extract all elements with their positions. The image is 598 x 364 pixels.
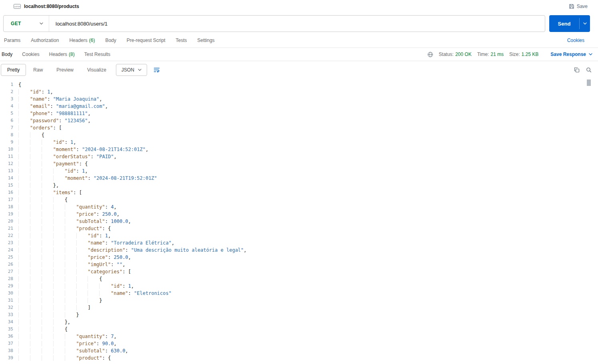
wrap-text-icon[interactable]	[153, 67, 160, 73]
scrollbar-thumb[interactable]	[587, 80, 591, 86]
request-bar: GET Send	[0, 11, 598, 37]
code-line: "phone": "988881111",	[18, 110, 598, 117]
code-line: "id": 1,	[18, 88, 598, 95]
code-line: {	[18, 275, 598, 282]
save-button-label: Save	[577, 4, 588, 9]
line-number: 3	[0, 95, 13, 103]
size-value: 1.25 KB	[522, 52, 539, 57]
request-tab-settings[interactable]: Settings	[197, 38, 215, 43]
line-number: 8	[0, 131, 13, 139]
code-line: {	[18, 81, 598, 88]
view-mode-raw[interactable]: Raw	[27, 64, 49, 76]
line-number: 7	[0, 124, 13, 131]
line-number: 24	[0, 247, 13, 254]
response-tab-test-results[interactable]: Test Results	[84, 52, 110, 57]
code-line: "subTotal": 1000.0,	[18, 218, 598, 225]
code-line: "quantity": 4,	[18, 203, 598, 211]
line-number: 36	[0, 333, 13, 340]
line-number: 20	[0, 218, 13, 225]
request-tab-tests[interactable]: Tests	[175, 38, 187, 43]
line-number: 14	[0, 175, 13, 182]
code-line: },	[18, 182, 598, 189]
line-numbers: 1234567891011121314151617181920212223242…	[0, 81, 18, 364]
code-line: ]	[18, 304, 598, 311]
request-tab-title: localhost:8080/products	[24, 4, 79, 9]
response-meta: Status: 200 OK Time: 21 ms Size: 1.25 KB…	[427, 52, 592, 58]
code-lines[interactable]: { "id": 1, "name": "Maria Joaquina", "em…	[18, 81, 598, 364]
code-line: "id": 1,	[18, 167, 598, 175]
code-line: "orders": [	[18, 124, 598, 131]
copy-icon[interactable]	[572, 66, 581, 74]
line-number: 15	[0, 182, 13, 189]
line-number: 38	[0, 347, 13, 354]
status-badge: Status: 200 OK	[439, 52, 472, 57]
method-selector[interactable]: GET	[4, 16, 49, 32]
size-label: Size:	[509, 52, 520, 57]
response-tab-body[interactable]: Body	[2, 52, 12, 57]
line-number: 2	[0, 88, 13, 95]
line-number: 37	[0, 340, 13, 347]
send-button-label: Send	[549, 21, 579, 27]
request-tabs-row: ParamsAuthorizationHeaders(6)BodyPre-req…	[0, 37, 598, 48]
line-number: 10	[0, 146, 13, 153]
format-dropdown[interactable]: JSON	[116, 64, 147, 76]
save-response-label: Save Response	[550, 52, 586, 57]
line-number: 18	[0, 203, 13, 211]
code-line: "id": 1,	[18, 139, 598, 146]
response-viewer-toolbar: PrettyRawPreviewVisualize JSON	[0, 61, 598, 79]
response-tab-cookies[interactable]: Cookies	[22, 52, 39, 57]
request-tab-header[interactable]: HTTP localhost:8080/products	[14, 4, 79, 9]
line-number: 34	[0, 318, 13, 326]
save-button[interactable]: Save	[569, 4, 588, 9]
line-number: 5	[0, 110, 13, 117]
chevron-down-icon	[138, 69, 142, 71]
code-line: "price": 90.0,	[18, 340, 598, 347]
code-line: {	[18, 131, 598, 139]
network-globe-icon	[427, 52, 433, 58]
send-options-chevron-icon[interactable]	[580, 22, 590, 25]
code-line: "payment": {	[18, 160, 598, 167]
line-number: 12	[0, 160, 13, 167]
request-tab-authorization[interactable]: Authorization	[31, 38, 59, 43]
size-badge: Size: 1.25 KB	[509, 52, 538, 57]
line-number: 1	[0, 81, 13, 88]
line-number: 32	[0, 304, 13, 311]
code-line: "categories": [	[18, 268, 598, 275]
code-line: "product": {	[18, 354, 598, 362]
code-line: "price": 250.0,	[18, 211, 598, 218]
view-mode-preview[interactable]: Preview	[50, 64, 80, 76]
code-line: }	[18, 297, 598, 304]
line-number: 35	[0, 326, 13, 333]
url-input[interactable]	[49, 16, 545, 32]
time-value: 21 ms	[490, 52, 504, 57]
status-label: Status:	[439, 52, 454, 57]
search-icon[interactable]	[584, 66, 593, 74]
request-tab-headers[interactable]: Headers(6)	[69, 38, 95, 43]
send-button[interactable]: Send	[549, 15, 590, 32]
code-line: {	[18, 196, 598, 203]
line-number: 29	[0, 282, 13, 290]
time-badge: Time: 21 ms	[477, 52, 504, 57]
request-tab-body[interactable]: Body	[105, 38, 116, 43]
code-line: "subTotal": 630.0,	[18, 347, 598, 354]
request-tab-params[interactable]: Params	[4, 38, 20, 43]
view-mode-visualize[interactable]: Visualize	[81, 64, 113, 76]
code-line: },	[18, 318, 598, 326]
code-line: {	[18, 326, 598, 333]
response-scrollbar[interactable]	[587, 80, 591, 364]
request-tab-pre-request-script[interactable]: Pre-request Script	[127, 38, 165, 43]
save-response-button[interactable]: Save Response	[550, 52, 592, 57]
code-line: "id": 1,	[18, 232, 598, 239]
line-number: 28	[0, 275, 13, 282]
line-number: 26	[0, 261, 13, 268]
method-label: GET	[11, 21, 21, 26]
line-number: 39	[0, 354, 13, 362]
http-icon: HTTP	[14, 4, 21, 9]
cookies-link[interactable]: Cookies	[567, 38, 584, 43]
view-mode-pretty[interactable]: Pretty	[1, 64, 26, 76]
status-value: 200 OK	[455, 52, 472, 57]
code-line: "imgUrl": "",	[18, 261, 598, 268]
response-tabs: BodyCookiesHeaders(8)Test Results	[2, 52, 110, 57]
response-tab-headers[interactable]: Headers(8)	[49, 52, 75, 57]
line-number: 11	[0, 153, 13, 160]
